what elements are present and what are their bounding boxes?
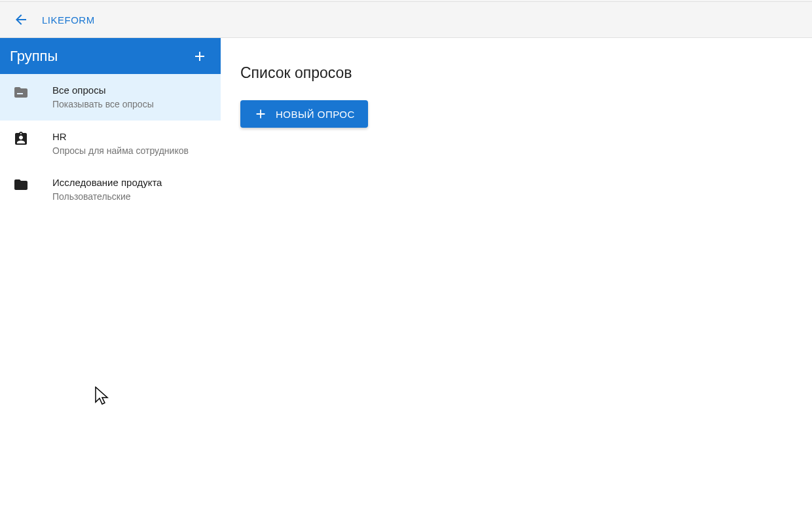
main-content: Список опросов НОВЫЙ ОПРОС — [221, 38, 812, 524]
sidebar-item-title: HR — [52, 130, 208, 143]
plus-icon — [192, 48, 208, 64]
sidebar-item-product-research[interactable]: Исследование продукта Пользовательские — [0, 166, 221, 213]
page-title: Список опросов — [240, 64, 792, 82]
new-survey-button-label: НОВЫЙ ОПРОС — [276, 109, 355, 120]
sidebar-list: Все опросы Показывать все опросы HR Опро… — [0, 74, 221, 524]
back-arrow-icon[interactable] — [13, 12, 29, 28]
sidebar-title: Группы — [10, 48, 58, 65]
sidebar: Группы Все опросы Показывать все опросы — [0, 38, 221, 524]
sidebar-item-hr[interactable]: HR Опросы для найма сотрудников — [0, 121, 221, 167]
folder-icon — [13, 177, 39, 195]
add-group-button[interactable] — [192, 48, 208, 64]
sidebar-header: Группы — [0, 38, 221, 74]
person-folder-icon — [13, 131, 39, 149]
brand-logo[interactable]: LIKEFORM — [42, 14, 95, 26]
sidebar-item-all-surveys[interactable]: Все опросы Показывать все опросы — [0, 74, 221, 121]
sidebar-item-subtitle: Пользовательские — [52, 191, 208, 204]
new-survey-button[interactable]: НОВЫЙ ОПРОС — [240, 100, 368, 128]
sidebar-item-subtitle: Опросы для найма сотрудников — [52, 145, 208, 158]
content-wrapper: Группы Все опросы Показывать все опросы — [0, 38, 812, 524]
sidebar-item-subtitle: Показывать все опросы — [52, 98, 208, 111]
folder-special-icon — [13, 84, 39, 103]
header: LIKEFORM — [0, 2, 812, 38]
sidebar-item-title: Исследование продукта — [52, 176, 208, 189]
sidebar-item-title: Все опросы — [52, 83, 208, 97]
plus-icon — [253, 107, 268, 121]
